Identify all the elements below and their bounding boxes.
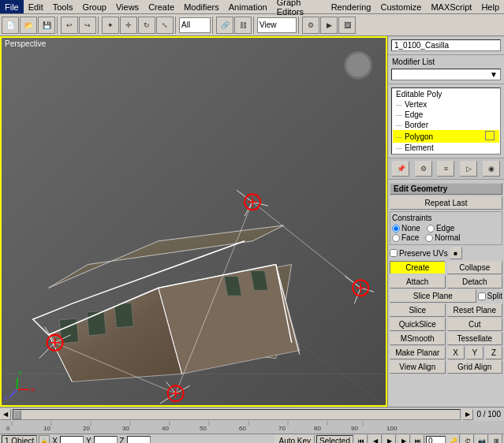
edge-radio-label[interactable]: Edge [427, 224, 454, 233]
timeline-prev[interactable]: ◀ [0, 409, 11, 420]
key-mode-btn[interactable]: 🔑 [447, 434, 460, 443]
menu-graph-editors[interactable]: Graph Editors [272, 0, 327, 13]
go-start-btn[interactable]: ⏮ [355, 434, 368, 443]
grid-align-btn[interactable]: Grid Align [447, 360, 503, 374]
panel-icon-display[interactable]: ◉ [483, 161, 500, 177]
toolbar-render[interactable]: ▶ [320, 17, 338, 34]
x-coord-field[interactable] [60, 436, 84, 443]
menu-modifiers[interactable]: Modifiers [179, 0, 224, 13]
go-end-btn[interactable]: ⏭ [412, 434, 424, 443]
normal-radio[interactable] [425, 234, 433, 242]
edge-radio[interactable] [427, 225, 435, 233]
toolbar-select[interactable]: ✦ [102, 17, 119, 34]
x-btn[interactable]: X [447, 346, 465, 359]
z-btn[interactable]: Z [485, 346, 502, 359]
viewport-config-btn[interactable]: ⊞ [490, 434, 502, 443]
toolbar-undo[interactable]: ↩ [61, 17, 78, 34]
toolbar-new[interactable]: 📄 [2, 17, 19, 34]
normal-radio-label[interactable]: Normal [425, 233, 460, 242]
toolbar-render-setup[interactable]: ⚙ [302, 17, 319, 34]
attach-btn[interactable]: Attach [390, 275, 446, 289]
split-checkbox[interactable] [478, 292, 486, 300]
scene-svg: X Y Z [2, 38, 386, 405]
object-name[interactable]: 1_0100_Casilla [391, 39, 501, 51]
repeat-last-btn[interactable]: Repeat Last [390, 196, 502, 210]
split-group: Split [478, 289, 502, 303]
preserve-uvs-settings[interactable]: ■ [450, 247, 462, 259]
stack-vertex[interactable]: — Vertex [393, 99, 499, 110]
viewport[interactable]: Perspective [0, 36, 387, 407]
tessellate-btn[interactable]: Tessellate [447, 332, 503, 345]
msmooth-btn[interactable]: MSmooth [390, 332, 446, 345]
toolbar-open[interactable]: 📂 [20, 17, 37, 34]
menu-customize[interactable]: Customize [375, 0, 426, 13]
toolbar-unlink[interactable]: ⛓ [234, 17, 252, 34]
next-frame-btn[interactable]: ▶ [398, 434, 410, 443]
menu-rendering[interactable]: Rendering [327, 0, 376, 13]
panel-icon-settings[interactable]: ⚙ [415, 161, 432, 177]
stack-polygon[interactable]: — Polygon [393, 130, 499, 143]
render-small-btn[interactable]: 📷 [476, 434, 488, 443]
quick-slice-btn[interactable]: QuickSlice [390, 318, 446, 331]
panel-icon-hierarchy[interactable]: ≡ [437, 161, 454, 177]
slice-split-row: Slice Plane Split [390, 289, 502, 303]
frame-field[interactable]: 0 [426, 436, 446, 443]
z-coord-field[interactable] [127, 436, 151, 443]
toolbar-redo[interactable]: ↪ [79, 17, 96, 34]
prev-frame-btn[interactable]: ◀ [369, 434, 382, 443]
right-panel: 1_0100_Casilla Modifier List ▼ Editable … [387, 36, 504, 407]
timeline-thumb[interactable] [13, 410, 21, 419]
separator-3 [175, 17, 177, 34]
cut-btn[interactable]: Cut [447, 318, 503, 331]
stack-element[interactable]: — Element [393, 143, 499, 153]
menu-tools[interactable]: Tools [48, 0, 78, 13]
menu-help[interactable]: Help [476, 0, 504, 13]
time-config-btn[interactable]: ⏱ [461, 434, 474, 443]
create-btn[interactable]: Create [390, 261, 446, 274]
y-coord-field[interactable] [94, 436, 118, 443]
slice-plane-btn[interactable]: Slice Plane [390, 289, 476, 303]
preserve-uvs-checkbox[interactable] [390, 249, 398, 257]
menu-views[interactable]: Views [111, 0, 144, 13]
stack-border-label: Border [405, 121, 428, 129]
timeline-track[interactable] [13, 409, 461, 420]
toolbar-move[interactable]: ✛ [120, 17, 137, 34]
toolbar-render-view[interactable]: 🖼 [338, 17, 356, 34]
panel-icon-motion[interactable]: ▷ [460, 161, 477, 177]
none-radio-label[interactable]: None [392, 224, 420, 233]
toolbar-scale[interactable]: ⤡ [156, 17, 174, 34]
menu-group[interactable]: Group [77, 0, 111, 13]
play-btn[interactable]: ▶ [383, 434, 396, 443]
panel-icon-pin[interactable]: 📌 [392, 161, 409, 177]
none-radio[interactable] [392, 225, 400, 233]
y-btn[interactable]: Y [466, 346, 483, 359]
autokey-btn[interactable]: Auto Key [274, 435, 315, 443]
svg-text:80: 80 [314, 425, 321, 432]
toolbar-save[interactable]: 💾 [38, 17, 55, 34]
mode-dropdown[interactable]: All [179, 17, 211, 33]
menu-edit[interactable]: Edit [24, 0, 48, 13]
separator-2 [98, 17, 100, 34]
toolbar-link[interactable]: 🔗 [216, 17, 233, 34]
menu-animation[interactable]: Animation [224, 0, 272, 13]
menu-create[interactable]: Create [144, 0, 179, 13]
detach-btn[interactable]: Detach [447, 275, 503, 289]
face-radio[interactable] [392, 234, 400, 242]
face-radio-label[interactable]: Face [392, 233, 419, 242]
make-planar-btn[interactable]: Make Planar [390, 346, 446, 359]
timeline-next[interactable]: ▶ [462, 409, 473, 420]
menu-file[interactable]: File [0, 0, 24, 13]
modifier-dropdown[interactable]: ▼ [391, 69, 501, 80]
menu-maxscript[interactable]: MAXScript [426, 0, 476, 13]
edit-geometry-header[interactable]: Edit Geometry [390, 183, 502, 195]
lock-toggle[interactable]: 🔒 [39, 435, 50, 443]
collapse-btn[interactable]: Collapse [447, 261, 503, 274]
view-align-btn[interactable]: View Align [390, 360, 446, 374]
stack-edge[interactable]: — Edge [393, 110, 499, 120]
reset-plane-btn[interactable]: Reset Plane [447, 303, 503, 317]
stack-editable-poly[interactable]: Editable Poly [393, 89, 499, 99]
toolbar-rotate[interactable]: ↻ [138, 17, 155, 34]
view-dropdown[interactable]: View [257, 17, 297, 33]
slice-btn[interactable]: Slice [390, 303, 446, 317]
stack-border[interactable]: — Border [393, 120, 499, 130]
